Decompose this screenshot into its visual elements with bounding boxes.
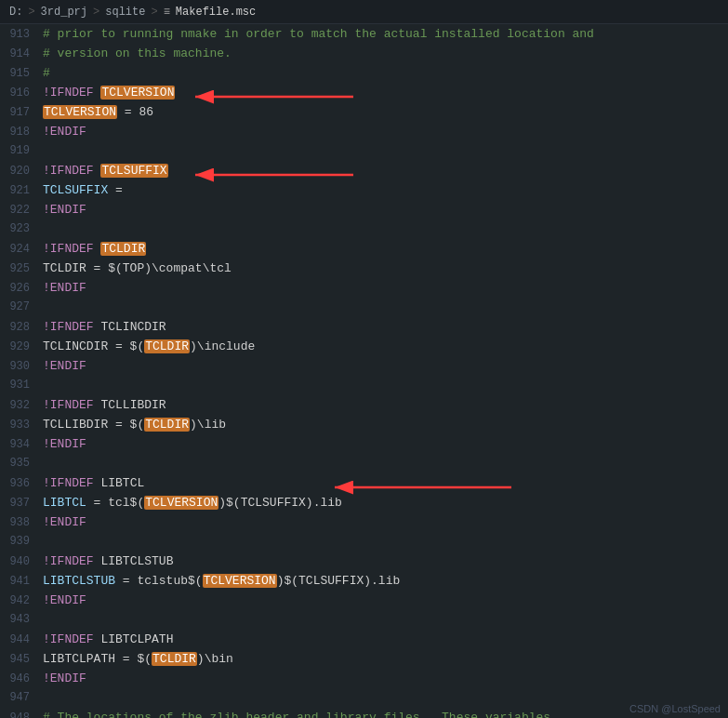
line-number: 931 xyxy=(0,376,43,395)
line-content: TCLLIBDIR = $(TCLDIR)\lib xyxy=(43,415,728,434)
path-3rd: 3rd_prj xyxy=(41,6,87,19)
line-content: !IFNDEF TCLLIBDIR xyxy=(43,395,728,415)
line-content: !IFNDEF LIBTCLSTUB xyxy=(43,552,728,571)
table-row: 945LIBTCLPATH = $(TCLDIR)\bin xyxy=(0,649,728,669)
line-number: 914 xyxy=(0,45,43,64)
line-content: # prior to running nmake in order to mat… xyxy=(43,24,728,44)
table-row: 943 xyxy=(0,610,728,630)
line-number: 915 xyxy=(0,64,43,84)
line-content: !ENDIF xyxy=(43,669,728,688)
table-row: 937LIBTCL = tcl$(TCLVERSION)$(TCLSUFFIX)… xyxy=(0,493,728,512)
line-number: 932 xyxy=(0,396,43,416)
line-number: 929 xyxy=(0,338,43,357)
table-row: 947 xyxy=(0,688,728,708)
line-content: # version on this machine. xyxy=(43,44,728,63)
file-icon: ≡ xyxy=(164,6,170,19)
table-row: 944!IFNDEF LIBTCLPATH xyxy=(0,630,728,649)
line-content: !IFNDEF TCLVERSION xyxy=(43,83,728,102)
table-row: 932!IFNDEF TCLLIBDIR xyxy=(0,395,728,415)
line-number: 918 xyxy=(0,123,43,142)
line-number: 926 xyxy=(0,279,43,299)
code-lines: 913# prior to running nmake in order to … xyxy=(0,24,728,718)
line-content: !IFNDEF TCLINCDIR xyxy=(43,317,728,337)
line-number: 924 xyxy=(0,240,43,259)
table-row: 946!ENDIF xyxy=(0,669,728,688)
table-row: 948# The locations of the zlib header an… xyxy=(0,708,728,718)
table-row: 919 xyxy=(0,141,728,161)
line-number: 925 xyxy=(0,259,43,279)
line-number: 948 xyxy=(0,709,43,718)
line-number: 917 xyxy=(0,103,43,123)
line-content: !IFNDEF LIBTCL xyxy=(43,473,728,493)
line-content: TCLSUFFIX = xyxy=(43,180,728,200)
filename-label: Makefile.msc xyxy=(176,6,256,19)
line-number: 930 xyxy=(0,357,43,377)
table-row: 941LIBTCLSTUB = tclstub$(TCLVERSION)$(TC… xyxy=(0,571,728,591)
line-number: 922 xyxy=(0,201,43,220)
line-number: 944 xyxy=(0,631,43,650)
table-row: 928!IFNDEF TCLINCDIR xyxy=(0,317,728,337)
line-number: 935 xyxy=(0,454,43,473)
table-row: 936!IFNDEF LIBTCL xyxy=(0,473,728,493)
watermark: CSDN @LostSpeed xyxy=(629,703,721,714)
table-row: 930!ENDIF xyxy=(0,356,728,376)
table-row: 933TCLLIBDIR = $(TCLDIR)\lib xyxy=(0,415,728,434)
line-number: 913 xyxy=(0,25,43,45)
line-content: !ENDIF xyxy=(43,591,728,610)
sep3: > xyxy=(151,6,157,19)
table-row: 921TCLSUFFIX = xyxy=(0,180,728,200)
line-content: LIBTCLPATH = $(TCLDIR)\bin xyxy=(43,649,728,669)
table-row: 915# xyxy=(0,63,728,83)
line-number: 945 xyxy=(0,650,43,670)
sep2: > xyxy=(93,6,99,19)
table-row: 927 xyxy=(0,298,728,317)
line-number: 942 xyxy=(0,592,43,611)
table-row: 940!IFNDEF LIBTCLSTUB xyxy=(0,552,728,571)
line-content: TCLINCDIR = $(TCLDIR)\include xyxy=(43,337,728,356)
table-row: 934!ENDIF xyxy=(0,434,728,454)
line-content: !ENDIF xyxy=(43,200,728,219)
line-content: !IFNDEF TCLDIR xyxy=(43,239,728,259)
path-sqlite: sqlite xyxy=(105,6,145,19)
line-number: 940 xyxy=(0,552,43,572)
line-number: 941 xyxy=(0,572,43,592)
table-row: 916!IFNDEF TCLVERSION xyxy=(0,83,728,102)
sep1: > xyxy=(28,6,34,19)
table-row: 922!ENDIF xyxy=(0,200,728,219)
line-number: 923 xyxy=(0,219,43,239)
line-content: TCLDIR = $(TOP)\compat\tcl xyxy=(43,259,728,278)
line-number: 933 xyxy=(0,416,43,435)
line-content: !IFNDEF TCLSUFFIX xyxy=(43,161,728,180)
line-number: 928 xyxy=(0,318,43,338)
line-number: 939 xyxy=(0,532,43,552)
line-number: 947 xyxy=(0,688,43,708)
table-row: 918!ENDIF xyxy=(0,122,728,141)
table-row: 914# version on this machine. xyxy=(0,44,728,63)
line-content: LIBTCLSTUB = tclstub$(TCLVERSION)$(TCLSU… xyxy=(43,571,728,591)
line-content: !ENDIF xyxy=(43,356,728,376)
table-row: 938!ENDIF xyxy=(0,512,728,532)
line-content: LIBTCL = tcl$(TCLVERSION)$(TCLSUFFIX).li… xyxy=(43,493,728,512)
table-row: 929TCLINCDIR = $(TCLDIR)\include xyxy=(0,337,728,356)
table-row: 931 xyxy=(0,376,728,395)
table-row: 935 xyxy=(0,454,728,473)
title-bar: D: > 3rd_prj > sqlite > ≡ Makefile.msc xyxy=(0,0,728,24)
line-content: !ENDIF xyxy=(43,512,728,532)
line-number: 937 xyxy=(0,494,43,513)
line-number: 943 xyxy=(0,610,43,630)
line-content: TCLVERSION = 86 xyxy=(43,102,728,122)
line-content: !IFNDEF LIBTCLPATH xyxy=(43,630,728,649)
table-row: 913# prior to running nmake in order to … xyxy=(0,24,728,44)
line-number: 934 xyxy=(0,435,43,455)
line-content: !ENDIF xyxy=(43,434,728,454)
line-number: 919 xyxy=(0,141,43,161)
table-row: 926!ENDIF xyxy=(0,278,728,298)
line-content: !ENDIF xyxy=(43,122,728,141)
path-d: D: xyxy=(9,6,22,19)
line-number: 938 xyxy=(0,513,43,533)
table-row: 924!IFNDEF TCLDIR xyxy=(0,239,728,259)
line-content: # xyxy=(43,63,728,83)
code-area: 913# prior to running nmake in order to … xyxy=(0,24,728,718)
line-content: !ENDIF xyxy=(43,278,728,298)
line-content: # The locations of the zlib header and l… xyxy=(43,708,728,718)
